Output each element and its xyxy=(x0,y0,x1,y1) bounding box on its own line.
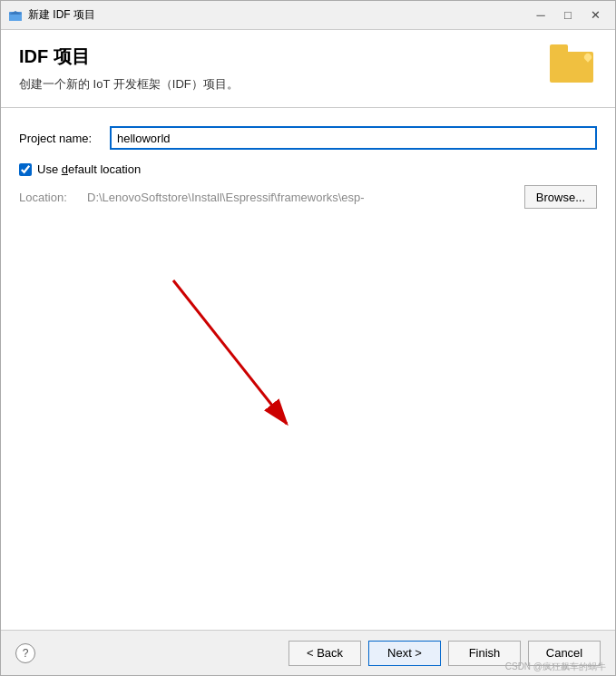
use-default-location-label: Use default location xyxy=(37,162,141,176)
use-default-location-checkbox[interactable] xyxy=(19,163,32,176)
project-name-row: Project name: xyxy=(19,126,597,150)
help-button[interactable]: ? xyxy=(15,643,35,663)
footer: ? < Back Next > Finish Cancel CSDN @疯狂飙车… xyxy=(1,630,615,675)
restore-button[interactable]: □ xyxy=(555,5,581,25)
dialog-title: IDF 项目 xyxy=(19,44,541,69)
svg-rect-1 xyxy=(9,14,22,21)
dialog-description: 创建一个新的 IoT 开发框架（IDF）项目。 xyxy=(19,76,541,93)
annotation-arrow xyxy=(119,271,337,453)
next-button[interactable]: Next > xyxy=(368,641,441,666)
project-name-label: Project name: xyxy=(19,132,101,145)
window-controls: ─ □ ✕ xyxy=(528,5,608,25)
header-folder-icon xyxy=(550,44,597,92)
app-icon xyxy=(8,8,23,23)
content-area: Project name: Use default location Locat… xyxy=(1,108,615,630)
watermark-text: CSDN @疯狂飙车的蜗牛 xyxy=(505,661,606,673)
header-text-block: IDF 项目 创建一个新的 IoT 开发框架（IDF）项目。 xyxy=(19,44,541,93)
close-button[interactable]: ✕ xyxy=(582,5,608,25)
header-panel: IDF 项目 创建一个新的 IoT 开发框架（IDF）项目。 xyxy=(1,30,615,108)
project-name-input[interactable] xyxy=(110,126,597,150)
use-default-location-row: Use default location xyxy=(19,162,597,176)
svg-line-4 xyxy=(173,280,287,424)
browse-button[interactable]: Browse... xyxy=(524,185,597,209)
location-row: Location: D:\LenovoSoftstore\Install\Esp… xyxy=(19,185,597,209)
window-title: 新建 IDF 项目 xyxy=(28,7,523,23)
back-button[interactable]: < Back xyxy=(288,641,361,666)
minimize-button[interactable]: ─ xyxy=(528,5,553,25)
main-window: 新建 IDF 项目 ─ □ ✕ IDF 项目 创建一个新的 IoT 开发框架（I… xyxy=(0,0,616,676)
location-label: Location: xyxy=(19,191,78,204)
location-value: D:\LenovoSoftstore\Install\Espressif\fra… xyxy=(87,191,515,204)
titlebar: 新建 IDF 项目 ─ □ ✕ xyxy=(1,1,615,30)
